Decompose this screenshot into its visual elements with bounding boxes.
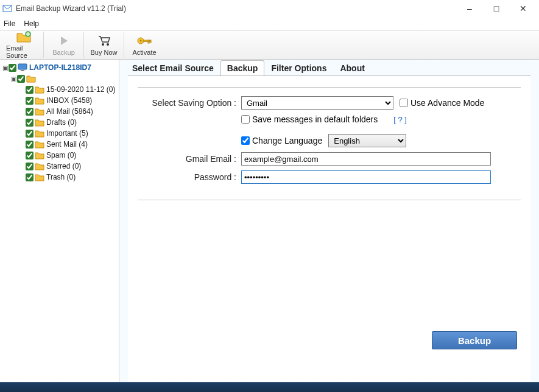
- tree-item-label: INBOX (5458): [46, 96, 92, 105]
- row-saving-option: Select Saving Option : Gmail Use Advance…: [138, 96, 521, 110]
- folder-icon: [35, 173, 44, 181]
- row-default-folders: Save messages in default folders [ ? ]: [138, 114, 521, 124]
- toolbar-email-source-label: Email Source: [6, 44, 41, 59]
- tree-item[interactable]: Trash (0): [1, 172, 118, 183]
- tabs: Select Email Source Backup Filter Option…: [119, 60, 539, 75]
- saving-option-select[interactable]: Gmail: [241, 96, 393, 110]
- tree-item[interactable]: Drafts (0): [1, 117, 118, 128]
- cart-icon: [97, 34, 111, 47]
- folder-plus-icon: [16, 31, 31, 43]
- tab-filter-options[interactable]: Filter Options: [264, 60, 333, 75]
- tree-item[interactable]: Spam (0): [1, 150, 118, 161]
- tree-account-row[interactable]: ▣: [1, 73, 118, 84]
- folder-icon: [35, 107, 44, 116]
- window-title: Email Backup Wizard v11.2 (Trial): [16, 4, 456, 13]
- tab-select-email-source[interactable]: Select Email Source: [125, 60, 220, 75]
- svg-rect-9: [18, 64, 27, 69]
- divider: [138, 200, 521, 200]
- gmail-email-label: Gmail Email :: [138, 154, 241, 164]
- tree-item-label: Starred (0): [46, 162, 81, 170]
- backup-panel: Select Saving Option : Gmail Use Advance…: [128, 75, 530, 382]
- backup-button[interactable]: Backup: [432, 331, 517, 349]
- tree-item-label: All Mail (5864): [46, 107, 93, 116]
- tree-item-label: Spam (0): [46, 151, 76, 159]
- default-folders-checkbox[interactable]: Save messages in default folders: [241, 114, 378, 124]
- tree-item-label: 15-09-2020 11-12 (0): [46, 85, 115, 94]
- row-password: Password :: [138, 170, 521, 184]
- tree-item-label: Drafts (0): [46, 118, 77, 127]
- tree-item-checkbox[interactable]: [26, 163, 33, 170]
- menu-help[interactable]: Help: [24, 19, 39, 28]
- statusbar: [0, 382, 539, 392]
- language-select[interactable]: English: [328, 134, 406, 147]
- menu-file[interactable]: File: [4, 19, 15, 28]
- tree-item-checkbox[interactable]: [26, 97, 33, 105]
- tree-item[interactable]: INBOX (5458): [1, 95, 118, 106]
- advance-mode-checkbox[interactable]: Use Advance Mode: [400, 98, 484, 108]
- tree-item-checkbox[interactable]: [26, 86, 33, 94]
- svg-point-5: [140, 40, 142, 41]
- tree-root-row[interactable]: ▣ LAPTOP-IL218ID7: [1, 62, 118, 73]
- default-folders-input[interactable]: [241, 115, 250, 124]
- tree-item-checkbox[interactable]: [26, 119, 33, 127]
- tree-item-label: Important (5): [46, 129, 88, 138]
- folder-icon: [35, 118, 44, 127]
- default-folders-label: Save messages in default folders: [252, 114, 378, 124]
- change-language-checkbox[interactable]: Change Language: [241, 136, 322, 145]
- tab-about[interactable]: About: [333, 60, 371, 75]
- close-button[interactable]: ✕: [510, 0, 537, 17]
- minimize-button[interactable]: –: [456, 0, 483, 17]
- maximize-button[interactable]: □: [483, 0, 510, 17]
- folder-open-icon: [26, 74, 36, 83]
- toolbar-activate[interactable]: Activate: [124, 32, 164, 58]
- tree-item[interactable]: Important (5): [1, 128, 118, 139]
- computer-icon: [18, 63, 27, 72]
- tab-backup[interactable]: Backup: [220, 60, 265, 75]
- row-change-language: Change Language English: [138, 134, 521, 147]
- change-language-label: Change Language: [252, 136, 322, 145]
- tree-item-checkbox[interactable]: [26, 152, 33, 159]
- tree-item[interactable]: 15-09-2020 11-12 (0): [1, 84, 118, 95]
- folder-tree[interactable]: ▣ LAPTOP-IL218ID7 ▣ 15-09-2020 11-12 (0)…: [0, 60, 119, 382]
- svg-rect-7: [148, 40, 149, 43]
- play-icon: [58, 34, 70, 47]
- tree-item[interactable]: Sent Mail (4): [1, 139, 118, 150]
- svg-rect-8: [150, 40, 151, 43]
- select-saving-label: Select Saving Option :: [138, 98, 241, 108]
- tree-account-checkbox[interactable]: [17, 75, 25, 83]
- tree-item-label: Sent Mail (4): [46, 140, 88, 149]
- toolbar-buy-now-label: Buy Now: [90, 49, 117, 56]
- tree-item-checkbox[interactable]: [26, 173, 33, 181]
- change-language-input[interactable]: [241, 136, 250, 145]
- toolbar-activate-label: Activate: [132, 49, 156, 56]
- folder-icon: [35, 129, 44, 138]
- collapse-icon[interactable]: ▣: [10, 75, 17, 82]
- tree-root-checkbox[interactable]: [9, 64, 16, 72]
- tree-item[interactable]: Starred (0): [1, 161, 118, 172]
- main-panel: Select Email Source Backup Filter Option…: [119, 60, 539, 382]
- divider: [138, 87, 521, 88]
- svg-rect-10: [21, 70, 24, 71]
- key-icon: [136, 34, 152, 47]
- folder-icon: [35, 162, 44, 170]
- tree-item-checkbox[interactable]: [26, 141, 33, 149]
- password-label: Password :: [138, 172, 241, 182]
- toolbar-backup-label: Backup: [52, 49, 75, 56]
- password-input[interactable]: [241, 170, 491, 184]
- tree-item[interactable]: All Mail (5864): [1, 106, 118, 117]
- titlebar: Email Backup Wizard v11.2 (Trial) – □ ✕: [0, 0, 539, 17]
- svg-point-3: [107, 43, 109, 46]
- toolbar-buy-now[interactable]: Buy Now: [84, 32, 124, 58]
- advance-mode-input[interactable]: [400, 99, 408, 107]
- folder-icon: [35, 85, 44, 94]
- toolbar-email-source[interactable]: Email Source: [4, 32, 44, 58]
- folder-icon: [35, 151, 44, 159]
- help-link[interactable]: [ ? ]: [393, 115, 407, 124]
- collapse-icon[interactable]: ▣: [1, 65, 9, 71]
- toolbar-backup[interactable]: Backup: [44, 32, 84, 58]
- tree-item-checkbox[interactable]: [26, 108, 33, 116]
- advance-mode-label: Use Advance Mode: [410, 98, 484, 108]
- gmail-email-input[interactable]: [241, 152, 491, 166]
- tree-item-checkbox[interactable]: [26, 130, 33, 138]
- folder-icon: [35, 140, 44, 149]
